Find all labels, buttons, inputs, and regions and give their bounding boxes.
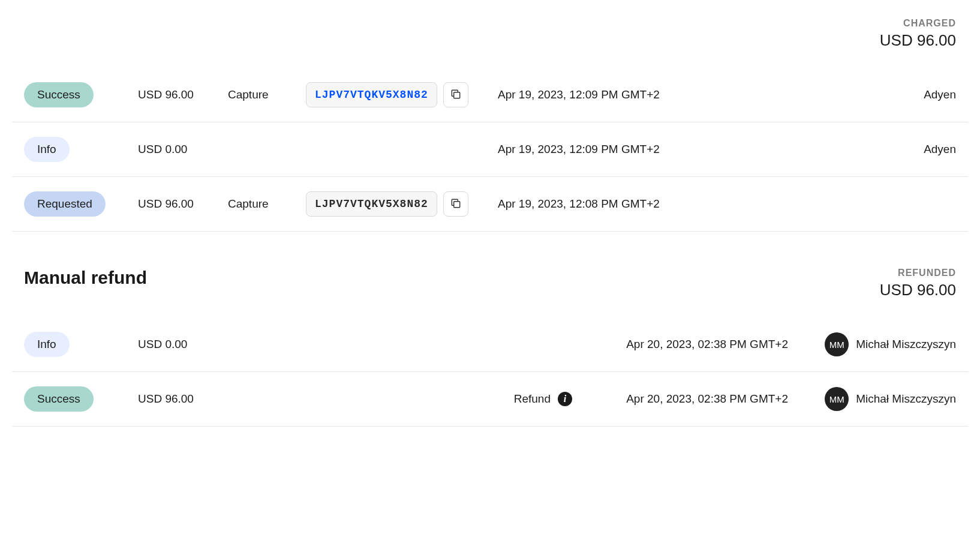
provider-col: Adyen (800, 143, 956, 156)
copy-button[interactable] (443, 82, 468, 107)
refunded-block: REFUNDED USD 96.00 (880, 268, 956, 299)
charged-block: CHARGED USD 96.00 (880, 18, 956, 50)
transactions-list: Success USD 96.00 Capture LJPV7VTQKV5X8N… (12, 68, 968, 232)
refund-row: Success USD 96.00 Refundi Apr 20, 2023, … (12, 372, 968, 427)
info-icon[interactable]: i (558, 392, 572, 406)
svg-rect-0 (453, 92, 459, 98)
transaction-code[interactable]: LJPV7VTQKV5X8N82 (306, 191, 437, 217)
refund-row: Info USD 0.00 Apr 20, 2023, 02:38 PM GMT… (12, 317, 968, 372)
copy-icon (450, 88, 462, 102)
amount-col: USD 96.00 (138, 392, 216, 406)
status-col: Requested (24, 191, 126, 217)
date-col: Apr 19, 2023, 12:09 PM GMT+2 (498, 143, 788, 156)
charged-summary: CHARGED USD 96.00 (12, 12, 968, 68)
transaction-row: Success USD 96.00 Capture LJPV7VTQKV5X8N… (12, 68, 968, 122)
status-col: Info (24, 332, 126, 357)
status-col: Info (24, 137, 126, 162)
amount-col: USD 96.00 (138, 88, 216, 101)
refund-section-title: Manual refund (24, 268, 147, 288)
status-col: Success (24, 386, 126, 412)
code-col: LJPV7VTQKV5X8N82 (306, 82, 486, 107)
user-name: Michał Miszczyszyn (856, 338, 956, 351)
charged-label: CHARGED (880, 18, 956, 29)
avatar: MM (825, 332, 849, 356)
transactions-section: CHARGED USD 96.00 Success USD 96.00 Capt… (12, 12, 968, 232)
refund-type-text: Refund (514, 392, 551, 406)
type-col: Capture (228, 197, 294, 211)
date-col: Apr 20, 2023, 02:38 PM GMT+2 (584, 338, 788, 351)
amount-col: USD 0.00 (138, 143, 216, 156)
status-badge: Info (24, 137, 70, 162)
date-col: Apr 19, 2023, 12:08 PM GMT+2 (498, 197, 788, 211)
user-col: MM Michał Miszczyszyn (800, 387, 956, 411)
status-badge: Success (24, 386, 94, 412)
avatar: MM (825, 387, 849, 411)
type-col: Capture (228, 88, 294, 101)
status-badge: Success (24, 82, 94, 107)
date-col: Apr 20, 2023, 02:38 PM GMT+2 (584, 392, 788, 406)
svg-rect-1 (453, 201, 459, 207)
transaction-row: Requested USD 96.00 Capture LJPV7VTQKV5X… (12, 177, 968, 232)
transaction-code[interactable]: LJPV7VTQKV5X8N82 (306, 82, 437, 107)
code-col: LJPV7VTQKV5X8N82 (306, 191, 486, 217)
status-col: Success (24, 82, 126, 107)
refunds-list: Info USD 0.00 Apr 20, 2023, 02:38 PM GMT… (12, 317, 968, 427)
refund-section-header: Manual refund REFUNDED USD 96.00 (12, 232, 968, 317)
copy-icon (450, 197, 462, 211)
refunded-label: REFUNDED (880, 268, 956, 278)
charged-amount: USD 96.00 (880, 31, 956, 50)
date-col: Apr 19, 2023, 12:09 PM GMT+2 (498, 88, 788, 101)
user-col: MM Michał Miszczyszyn (800, 332, 956, 356)
user-name: Michał Miszczyszyn (856, 392, 956, 406)
refunded-amount: USD 96.00 (880, 281, 956, 299)
amount-col: USD 0.00 (138, 338, 216, 351)
copy-button[interactable] (443, 191, 468, 217)
status-badge: Requested (24, 191, 106, 217)
refund-type: Refundi (228, 392, 572, 406)
status-badge: Info (24, 332, 70, 357)
amount-col: USD 96.00 (138, 197, 216, 211)
provider-col: Adyen (800, 88, 956, 101)
transaction-row: Info USD 0.00 Apr 19, 2023, 12:09 PM GMT… (12, 122, 968, 177)
